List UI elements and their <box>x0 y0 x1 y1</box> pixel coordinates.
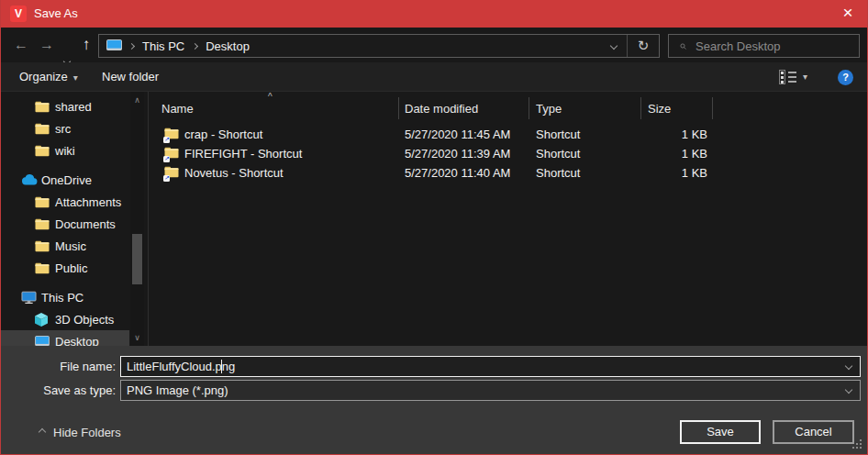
file-size: 1 KB <box>640 147 707 161</box>
chevron-down-icon[interactable] <box>845 386 852 394</box>
search-box[interactable] <box>668 34 860 58</box>
text-caret <box>221 360 222 373</box>
scroll-up-icon[interactable]: ∧ <box>130 95 144 105</box>
chevron-right-icon <box>128 42 135 49</box>
file-type: Shortcut <box>536 166 580 180</box>
divider <box>148 92 149 346</box>
sidebar-item-label: OneDrive <box>41 173 92 187</box>
chevron-down-icon[interactable] <box>845 362 852 370</box>
column-divider[interactable] <box>712 97 713 119</box>
folder-icon <box>35 123 53 135</box>
table-row[interactable]: ↗ Novetus - Shortcut 5/27/2020 11:40 AM … <box>150 163 866 183</box>
up-button[interactable]: ↑ <box>76 28 96 62</box>
command-toolbar: Organize▾ New folder ▾ <box>1 62 867 92</box>
save-as-type-value: PNG Image (*.png) <box>127 383 228 397</box>
scrollbar-thumb[interactable] <box>132 234 142 284</box>
sidebar-item-label: shared <box>55 100 92 114</box>
file-type: Shortcut <box>536 128 580 141</box>
file-list: ^ Name Date modified Type Size ↗ crap - … <box>150 92 866 346</box>
file-date: 5/27/2020 11:45 AM <box>405 128 510 141</box>
save-button[interactable]: Save <box>680 420 761 444</box>
sidebar-item-label: This PC <box>41 291 83 305</box>
sidebar-item-attachments[interactable]: Attachments <box>1 191 129 213</box>
column-header-size[interactable]: Size <box>648 102 671 116</box>
help-button[interactable]: ? <box>838 70 853 85</box>
file-date: 5/27/2020 11:39 AM <box>405 147 510 161</box>
details-view-button[interactable] <box>779 70 796 84</box>
vivaldi-logo: V <box>10 6 27 22</box>
save-as-type-label: Save as type: <box>1 383 116 397</box>
sidebar-item-onedrive[interactable]: OneDrive <box>1 169 129 191</box>
sidebar-item-wiki[interactable]: wiki <box>1 139 129 161</box>
file-name-label: File name: <box>1 360 116 373</box>
title-bar[interactable]: V Save As × <box>1 0 867 28</box>
column-header-type[interactable]: Type <box>536 102 562 116</box>
cancel-button[interactable]: Cancel <box>773 420 854 444</box>
resize-grip-icon[interactable] <box>852 439 863 450</box>
file-name: FIREFIGHT - Shortcut <box>184 147 302 161</box>
file-name: crap - Shortcut <box>184 128 262 141</box>
organize-label: Organize <box>19 70 68 83</box>
hide-folders-button[interactable]: Hide Folders <box>39 423 121 441</box>
scroll-down-icon[interactable]: ∨ <box>130 333 144 342</box>
sidebar-item-documents[interactable]: Documents <box>1 213 129 235</box>
table-row[interactable]: ↗ FIREFIGHT - Shortcut 5/27/2020 11:39 A… <box>150 144 866 163</box>
this-pc-icon <box>21 291 39 305</box>
sidebar-item-label: src <box>55 122 71 136</box>
list-header: ^ Name Date modified Type Size <box>150 95 866 119</box>
shortcut-badge-icon: ↗ <box>163 156 170 162</box>
save-as-dialog: V Save As × ← → ↑ This PC Desktop ↻ <box>0 0 868 455</box>
new-folder-button[interactable]: New folder <box>102 62 159 92</box>
sidebar-item-this-pc[interactable]: This PC <box>1 286 129 308</box>
sidebar-item-public[interactable]: Public <box>1 257 129 279</box>
column-divider[interactable] <box>529 97 529 119</box>
forward-button[interactable]: → <box>36 28 58 62</box>
chevron-right-icon <box>192 42 198 49</box>
address-dropdown-button[interactable] <box>601 35 627 57</box>
3d-cube-icon <box>35 313 53 327</box>
sidebar-item-label: wiki <box>55 144 75 158</box>
view-options-dropdown[interactable]: ▾ <box>803 62 807 92</box>
sidebar-item-shared[interactable]: shared <box>1 95 129 117</box>
window-title: Save As <box>34 0 78 28</box>
history-chevron-button[interactable] <box>60 42 74 51</box>
sidebar-item-label: Attachments <box>55 195 121 209</box>
bottom-panel: File name: LittleFluffyCloud.png Save as… <box>1 346 867 455</box>
sidebar-item-music[interactable]: Music <box>1 235 129 257</box>
hide-folders-label: Hide Folders <box>53 426 121 439</box>
address-bar[interactable]: This PC Desktop ↻ <box>98 34 660 58</box>
column-header-date-modified[interactable]: Date modified <box>405 102 478 116</box>
file-type: Shortcut <box>536 147 580 161</box>
close-button[interactable]: × <box>829 0 867 28</box>
sidebar-item-label: Music <box>55 239 86 253</box>
navigation-bar: ← → ↑ This PC Desktop ↻ <box>1 28 867 62</box>
sidebar-item-3d-objects[interactable]: 3D Objects <box>1 308 129 330</box>
sidebar-item-desktop[interactable]: Desktop <box>1 330 129 346</box>
search-input[interactable] <box>694 39 859 54</box>
search-icon <box>680 40 686 52</box>
main-area: shared src wiki OneDrive Attachments Doc… <box>1 92 867 346</box>
breadcrumb-desktop[interactable]: Desktop <box>200 39 255 53</box>
folder-icon <box>35 145 53 157</box>
file-size: 1 KB <box>640 166 707 180</box>
folder-icon <box>35 262 53 274</box>
refresh-button[interactable]: ↻ <box>628 38 659 54</box>
file-date: 5/27/2020 11:40 AM <box>405 166 510 180</box>
folder-icon <box>35 196 53 208</box>
sidebar-item-label: Public <box>55 261 87 275</box>
sidebar-scrollbar[interactable]: ∧ ∨ <box>130 92 144 346</box>
chevron-up-icon <box>39 428 46 436</box>
column-divider[interactable] <box>398 97 399 119</box>
table-row[interactable]: ↗ crap - Shortcut 5/27/2020 11:45 AM Sho… <box>150 125 866 144</box>
save-as-type-select[interactable]: PNG Image (*.png) <box>120 380 861 401</box>
column-divider[interactable] <box>640 97 641 119</box>
sidebar-item-src[interactable]: src <box>1 117 129 139</box>
organize-button[interactable]: Organize▾ <box>19 62 78 92</box>
sidebar-item-label: Desktop <box>55 335 99 347</box>
file-name-input[interactable]: LittleFluffyCloud.png <box>120 356 861 377</box>
folder-icon <box>35 240 53 252</box>
breadcrumb-this-pc[interactable]: This PC <box>137 39 190 53</box>
folder-icon <box>35 218 53 230</box>
back-button[interactable]: ← <box>10 28 32 62</box>
column-header-name[interactable]: Name <box>161 102 194 116</box>
